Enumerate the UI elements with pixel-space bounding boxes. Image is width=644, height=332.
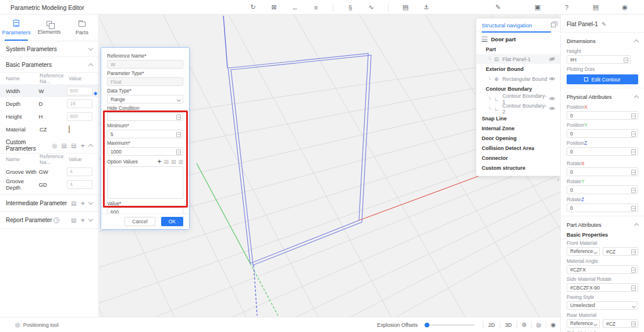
tree-item-connector[interactable]: Connector	[476, 153, 561, 163]
add-parameter-button[interactable]: +	[80, 141, 85, 150]
view-2d-button[interactable]: 2D	[483, 322, 500, 328]
custom-parameters-section[interactable]: Custom Parameters ◎ ▤ ▤ +	[0, 138, 98, 153]
structural-navigation-tab[interactable]: Structural navigation	[482, 22, 551, 28]
notes-icon[interactable]: ▤	[581, 3, 610, 11]
eye-icon[interactable]	[549, 76, 556, 81]
ok-button[interactable]: OK	[161, 217, 183, 226]
position-y-input[interactable]	[567, 130, 638, 137]
edit-pencil-icon[interactable]: ✎	[492, 3, 504, 11]
tab-parts[interactable]: Parts	[66, 15, 98, 41]
bounding-box-icon[interactable]: ⊠	[268, 3, 280, 11]
dimensions-section-header[interactable]: Dimensions	[567, 35, 638, 46]
formula-icon[interactable]	[631, 267, 636, 273]
import-icon[interactable]: ▤	[71, 200, 76, 206]
position-z-input[interactable]	[567, 148, 638, 155]
visibility-icon[interactable]: ◎	[532, 322, 546, 328]
tree-item-contour-boundary-1[interactable]: └ ∟ Contour Boundary-1	[476, 94, 561, 103]
list-icon[interactable]: ≡	[309, 4, 322, 11]
table-row-groove-with[interactable]: Groove With GW	[6, 165, 92, 178]
positioning-tool[interactable]: ◎ Positioning tool	[15, 322, 59, 328]
add-option-icon[interactable]: +	[157, 159, 161, 165]
tree-item-collision-detect-area[interactable]: Collision Detect Area	[476, 143, 561, 153]
material-angle-input[interactable]	[567, 266, 638, 273]
formula-icon[interactable]	[624, 58, 628, 63]
tab-parameters[interactable]: Parameters	[0, 15, 33, 41]
parameter-type-input[interactable]	[108, 78, 183, 85]
tree-group-part[interactable]: Part	[476, 44, 561, 54]
tree-group-contour-boundary[interactable]: Contour Boundary	[476, 84, 561, 94]
delete-option-icon[interactable]: ▥	[178, 159, 183, 165]
material-swatch[interactable]	[69, 126, 70, 133]
detach-panel-icon[interactable]	[551, 23, 556, 27]
rename-pencil-icon[interactable]: ✎	[602, 21, 606, 27]
tree-item-door-opening[interactable]: Door Opening	[476, 133, 561, 143]
formula-icon[interactable]	[631, 188, 636, 193]
part-attributes-section-header[interactable]: Part Attributes	[567, 219, 638, 230]
explosion-offsets-slider[interactable]	[424, 324, 475, 326]
formula-icon[interactable]	[176, 132, 181, 137]
basic-parameters-section[interactable]: Basic Parameters	[0, 57, 98, 73]
physical-attributes-section-header[interactable]: Physical Attributes	[567, 91, 638, 102]
minimum-input[interactable]	[108, 130, 183, 138]
tree-root-door-part[interactable]: Door part	[476, 34, 561, 44]
system-parameters-section[interactable]: System Parameters	[0, 41, 98, 57]
paving-style-select[interactable]: Unselected	[567, 301, 638, 310]
tree-item-flat-panel-1[interactable]: └ ⊡ Flat Panel-1	[476, 54, 561, 64]
eye-icon[interactable]	[549, 96, 556, 101]
slider-thumb[interactable]	[425, 323, 429, 327]
formula-icon[interactable]	[631, 131, 636, 137]
export-icon[interactable]: ▤	[71, 142, 76, 149]
formula-icon[interactable]	[631, 322, 636, 327]
reference-name-input[interactable]	[108, 60, 183, 68]
shading-icon[interactable]: ◉	[546, 322, 560, 328]
panel-expand-arrow[interactable]: ›	[557, 176, 559, 183]
eye-icon[interactable]	[549, 106, 556, 111]
front-material-select[interactable]: Reference	[567, 247, 600, 256]
import-icon[interactable]: ▤	[71, 217, 76, 223]
formula-icon[interactable]	[631, 113, 636, 119]
help-icon[interactable]: ?	[54, 217, 59, 223]
move-down-icon[interactable]: ▤	[171, 159, 176, 165]
hide-condition-input[interactable]	[108, 113, 183, 120]
rotate-z-input[interactable]	[567, 204, 638, 212]
table-row-height[interactable]: Height H	[6, 110, 92, 123]
tree-item-rectangular-bound[interactable]: └ ⊛ Rectangular Bound	[476, 74, 561, 84]
tree-item-internal-zone[interactable]: Internal Zone	[476, 123, 561, 133]
cancel-button[interactable]: Cancel	[124, 217, 155, 226]
groove-depth-value-input[interactable]	[67, 180, 92, 189]
add-parameter-button[interactable]: +	[80, 199, 85, 208]
data-type-select[interactable]	[107, 95, 183, 103]
move-up-icon[interactable]: ▤	[163, 159, 169, 165]
side-material-rotate-input[interactable]	[567, 284, 638, 291]
tab-elements[interactable]: Elements	[33, 15, 65, 41]
height-value-input[interactable]	[67, 112, 92, 121]
maximum-input[interactable]	[108, 148, 183, 155]
height-expression-input[interactable]	[567, 56, 630, 63]
formula-icon[interactable]	[176, 115, 181, 120]
edit-contour-button[interactable]: Edit Contour	[567, 74, 638, 84]
intermediate-parameter-section[interactable]: Intermediate Parameter ▤ +	[0, 194, 98, 212]
formula-icon[interactable]	[176, 149, 181, 155]
settings-icon[interactable]: ◉	[610, 3, 639, 11]
link-icon[interactable]: §	[344, 4, 357, 11]
anchor-icon[interactable]: ⚓	[420, 3, 433, 11]
table-row-width[interactable]: Width W	[0, 84, 98, 97]
table-row-groove-depth[interactable]: Groove Depth GD	[6, 178, 92, 191]
width-value-input[interactable]	[67, 87, 92, 95]
formula-icon[interactable]	[631, 206, 636, 211]
formula-icon[interactable]	[631, 285, 636, 291]
spline-icon[interactable]: ∿	[365, 3, 378, 11]
option-values-list[interactable]	[107, 166, 183, 199]
add-parameter-button[interactable]: +	[80, 216, 85, 224]
eye-off-icon[interactable]	[549, 56, 556, 62]
formula-icon[interactable]	[631, 170, 636, 175]
tree-item-snap-line[interactable]: Snap Line	[476, 113, 561, 123]
rotate-x-input[interactable]	[567, 168, 638, 176]
formula-icon[interactable]	[631, 249, 636, 255]
measure-icon[interactable]: ↔	[289, 4, 301, 11]
help-icon[interactable]: ?	[552, 4, 581, 11]
report-parameter-section[interactable]: Report Parameter? ▤ +	[0, 212, 98, 229]
rotate-y-input[interactable]	[567, 186, 638, 194]
render-mode-icon[interactable]: ⊛	[517, 322, 531, 328]
rear-material-select[interactable]: Reference	[567, 319, 600, 328]
